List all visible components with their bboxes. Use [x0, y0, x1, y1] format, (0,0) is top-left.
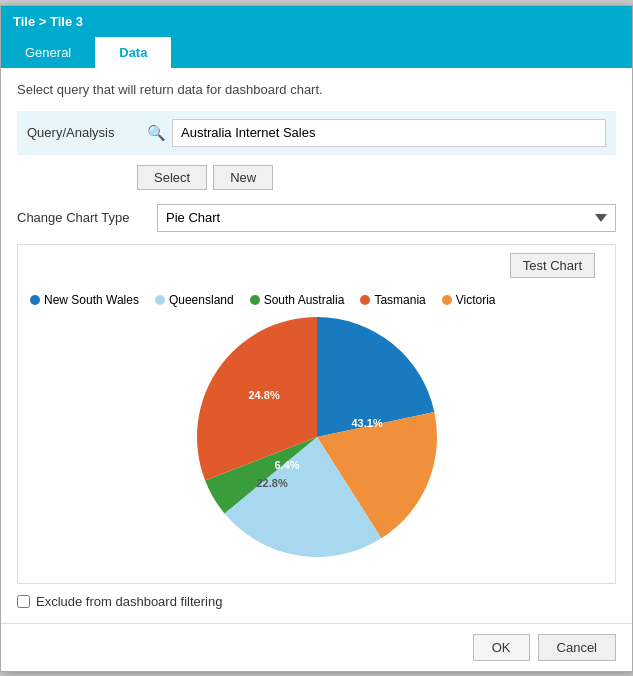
ok-button[interactable]: OK: [473, 634, 530, 661]
legend-dot-qld: [155, 295, 165, 305]
query-label: Query/Analysis: [27, 125, 147, 140]
legend-dot-sa: [250, 295, 260, 305]
query-input[interactable]: [172, 119, 606, 147]
legend-item-tas: Tasmania: [360, 293, 425, 307]
legend-item-qld: Queensland: [155, 293, 234, 307]
new-button[interactable]: New: [213, 165, 273, 190]
legend-label-tas: Tasmania: [374, 293, 425, 307]
search-icon: 🔍: [147, 124, 166, 142]
tab-data[interactable]: Data: [95, 37, 171, 68]
legend-label-vic: Victoria: [456, 293, 496, 307]
legend-item-sa: South Australia: [250, 293, 345, 307]
pie-chart-container: [30, 317, 603, 557]
exclude-checkbox[interactable]: [17, 595, 30, 608]
legend-label-nsw: New South Wales: [44, 293, 139, 307]
tab-general[interactable]: General: [1, 37, 95, 68]
legend-item-vic: Victoria: [442, 293, 496, 307]
cancel-button[interactable]: Cancel: [538, 634, 616, 661]
chart-type-row: Change Chart Type Pie Chart Bar Chart Li…: [17, 204, 616, 232]
legend-label-sa: South Australia: [264, 293, 345, 307]
query-buttons: Select New: [137, 165, 616, 190]
chart-type-select[interactable]: Pie Chart Bar Chart Line Chart Area Char…: [157, 204, 616, 232]
exclude-row: Exclude from dashboard filtering: [17, 594, 616, 609]
chart-type-label: Change Chart Type: [17, 210, 157, 225]
legend-dot-nsw: [30, 295, 40, 305]
legend-label-qld: Queensland: [169, 293, 234, 307]
dialog-footer: OK Cancel: [1, 623, 632, 671]
tab-content: Select query that will return data for d…: [1, 68, 632, 623]
pie-chart-svg: [197, 317, 437, 557]
query-row: Query/Analysis 🔍: [17, 111, 616, 155]
exclude-label: Exclude from dashboard filtering: [36, 594, 222, 609]
chart-legend: New South Wales Queensland South Austral…: [30, 293, 603, 307]
title-bar: Tile > Tile 3: [1, 6, 632, 37]
select-button[interactable]: Select: [137, 165, 207, 190]
legend-dot-vic: [442, 295, 452, 305]
legend-dot-tas: [360, 295, 370, 305]
tabs-bar: General Data: [1, 37, 632, 68]
test-chart-button[interactable]: Test Chart: [510, 253, 595, 278]
description-text: Select query that will return data for d…: [17, 82, 616, 97]
chart-scroll[interactable]: New South Wales Queensland South Austral…: [18, 245, 615, 583]
chart-area: Test Chart New South Wales Queensland So…: [17, 244, 616, 584]
legend-item-nsw: New South Wales: [30, 293, 139, 307]
dialog: Tile > Tile 3 General Data Select query …: [0, 5, 633, 672]
title-text: Tile > Tile 3: [13, 14, 83, 29]
